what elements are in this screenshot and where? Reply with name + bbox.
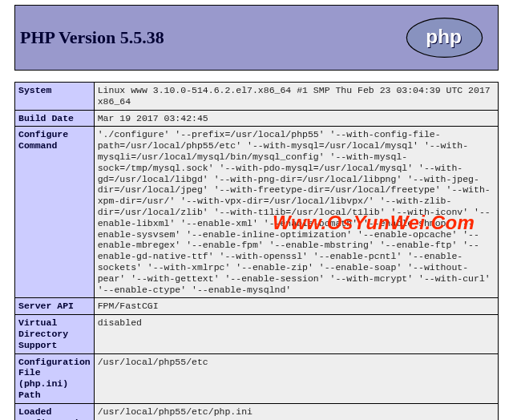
row-configure-command: Configure Command './configure' '--prefi… bbox=[15, 127, 499, 298]
label-server-api: Server API bbox=[15, 298, 95, 315]
row-system: System Linux www 3.10.0-514.6.2.el7.x86_… bbox=[15, 83, 499, 111]
svg-text:php: php bbox=[426, 26, 462, 47]
label-loaded-config-file: Loaded Configuration File bbox=[15, 403, 95, 420]
value-configure-command: './configure' '--prefix=/usr/local/php55… bbox=[94, 127, 498, 298]
phpinfo-header: PHP Version 5.5.38 php php bbox=[14, 5, 499, 71]
label-configure-command: Configure Command bbox=[15, 127, 95, 298]
label-config-file-path: Configuration File (php.ini) Path bbox=[15, 353, 95, 403]
label-virtual-directory-support: Virtual Directory Support bbox=[15, 315, 95, 353]
row-loaded-config-file: Loaded Configuration File /usr/local/php… bbox=[15, 403, 499, 420]
row-server-api: Server API FPM/FastCGI bbox=[15, 298, 499, 315]
value-config-file-path: /usr/local/php55/etc bbox=[94, 353, 498, 403]
value-build-date: Mar 19 2017 03:42:45 bbox=[94, 110, 498, 127]
value-virtual-directory-support: disabled bbox=[94, 315, 498, 353]
phpinfo-table: System Linux www 3.10.0-514.6.2.el7.x86_… bbox=[14, 82, 499, 420]
row-virtual-directory-support: Virtual Directory Support disabled bbox=[15, 315, 499, 353]
label-system: System bbox=[15, 83, 95, 111]
value-system: Linux www 3.10.0-514.6.2.el7.x86_64 #1 S… bbox=[94, 83, 498, 111]
php-logo: php php bbox=[402, 17, 487, 59]
row-config-file-path: Configuration File (php.ini) Path /usr/l… bbox=[15, 353, 499, 403]
value-server-api: FPM/FastCGI bbox=[94, 298, 498, 315]
value-loaded-config-file: /usr/local/php55/etc/php.ini bbox=[94, 403, 498, 420]
row-build-date: Build Date Mar 19 2017 03:42:45 bbox=[15, 110, 499, 127]
page-title: PHP Version 5.5.38 bbox=[20, 27, 164, 48]
label-build-date: Build Date bbox=[15, 110, 95, 127]
